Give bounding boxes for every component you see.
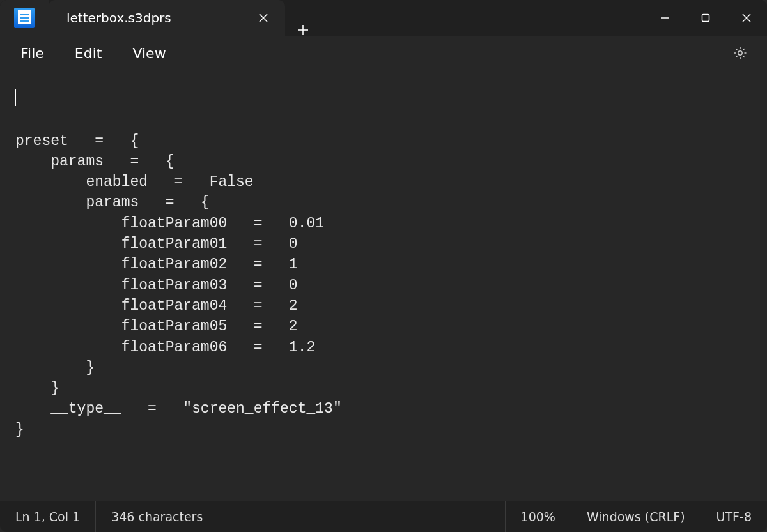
gear-icon xyxy=(732,45,748,61)
settings-button[interactable] xyxy=(726,39,754,67)
titlebar-spacer[interactable] xyxy=(321,0,644,36)
menu-edit[interactable]: Edit xyxy=(61,40,116,66)
window-controls xyxy=(644,0,767,36)
status-chars[interactable]: 346 characters xyxy=(96,501,218,532)
status-encoding[interactable]: UTF-8 xyxy=(701,501,767,532)
tab-title: letterbox.s3dprs xyxy=(66,10,171,26)
tabs: letterbox.s3dprs xyxy=(49,0,321,36)
status-zoom[interactable]: 100% xyxy=(505,501,571,532)
menubar: File Edit View xyxy=(0,36,767,70)
tab-active[interactable]: letterbox.s3dprs xyxy=(49,0,285,36)
statusbar: Ln 1, Col 1 346 characters 100% Windows … xyxy=(0,501,767,532)
minimize-button[interactable] xyxy=(644,0,685,36)
text-caret xyxy=(15,89,16,106)
editor-area[interactable]: preset = { params = { enabled = False pa… xyxy=(0,70,767,501)
titlebar: letterbox.s3dprs xyxy=(0,0,767,36)
svg-point-8 xyxy=(738,51,742,55)
editor-text: preset = { params = { enabled = False pa… xyxy=(15,131,752,440)
close-window-button[interactable] xyxy=(726,0,767,36)
app-icon-wrap xyxy=(0,0,49,36)
svg-rect-5 xyxy=(702,15,709,22)
menu-file[interactable]: File xyxy=(6,40,58,66)
new-tab-button[interactable] xyxy=(285,24,321,36)
status-eol[interactable]: Windows (CRLF) xyxy=(571,501,701,532)
status-position[interactable]: Ln 1, Col 1 xyxy=(0,501,96,532)
close-tab-icon[interactable] xyxy=(254,9,272,27)
menu-view[interactable]: View xyxy=(118,40,180,66)
notepad-icon xyxy=(14,8,35,28)
maximize-button[interactable] xyxy=(685,0,726,36)
